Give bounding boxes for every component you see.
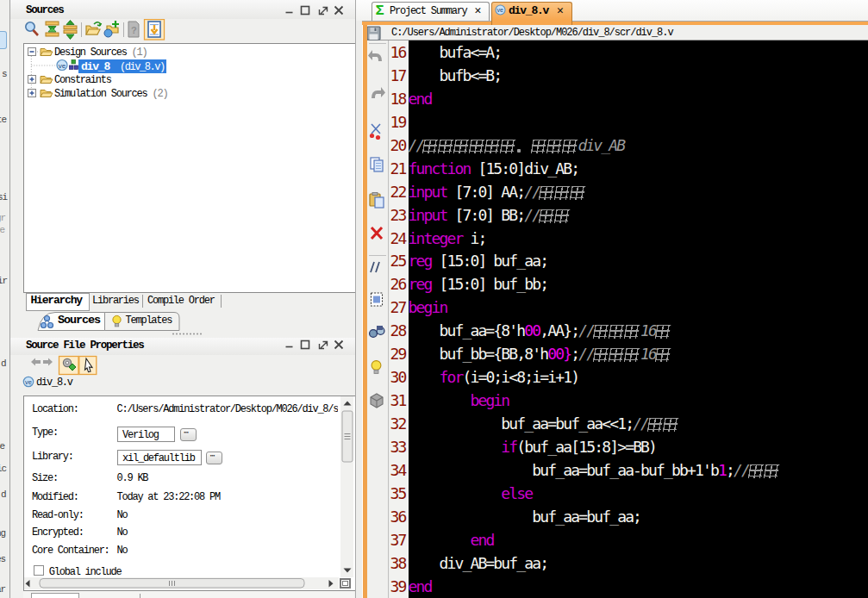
svg-text:ve: ve [59, 62, 66, 70]
svg-text:ve: ve [496, 6, 503, 14]
svg-text:ve: ve [25, 378, 32, 386]
svg-text:?: ? [131, 25, 137, 35]
